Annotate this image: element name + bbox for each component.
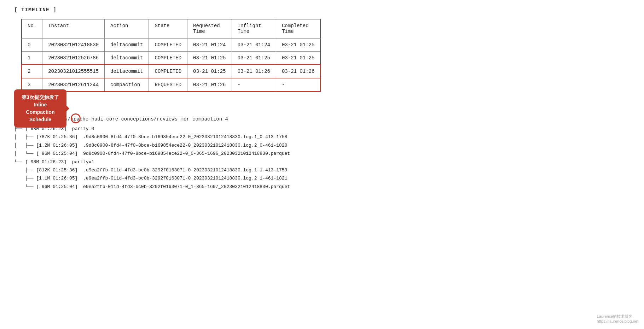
table-cell: 2	[22, 65, 42, 78]
storage-tree-line: ├── [1.1M 01:26:05] .e9ea2ffb-011d-4fd3-…	[14, 174, 630, 182]
table-cell: REQUESTED	[149, 78, 187, 92]
table-header-row: No. Instant Action State RequestedTime I…	[22, 19, 320, 38]
tooltip-arrow-circle	[71, 113, 81, 123]
timeline-table: No. Instant Action State RequestedTime I…	[21, 19, 321, 92]
timeline-section: [ TIMELINE ] 第3次提交触发了Inline CompactionSc…	[14, 7, 630, 92]
table-cell: -	[276, 78, 320, 92]
storage-tree-line: │ └── [ 96M 01:25:04] 9d8c0900-8fd4-47f0…	[14, 149, 630, 158]
storage-tree-line: └── [ 96M 01:25:04] e9ea2ffb-011d-4fd3-b…	[14, 183, 630, 191]
table-cell: 03-21 01:24	[232, 38, 276, 52]
col-completed-time: CompletedTime	[276, 19, 320, 38]
table-cell: deltacommit	[105, 52, 149, 65]
table-cell: 03-21 01:25	[187, 52, 232, 65]
col-requested-time: RequestedTime	[187, 19, 232, 38]
storage-tree-line: ├── [ 98M 01:26:23] parity=0	[14, 125, 630, 133]
storage-tree-line: │ ├── [1.2M 01:26:05] .9d8c0900-8fd4-47f…	[14, 141, 630, 149]
col-instant: Instant	[42, 19, 105, 38]
table-container: No. Instant Action State RequestedTime I…	[21, 19, 630, 92]
table-row: 220230321012555515deltacommitCOMPLETED03…	[22, 65, 320, 78]
storage-tree-line: ├── [812K 01:25:36] .e9ea2ffb-011d-4fd3-…	[14, 166, 630, 174]
table-cell: 03-21 01:25	[276, 52, 320, 65]
table-cell: compaction	[105, 78, 149, 92]
table-cell: 1	[22, 52, 42, 65]
table-row: 120230321012526786deltacommitCOMPLETED03…	[22, 52, 320, 65]
table-row: 020230321012418830deltacommitCOMPLETED03…	[22, 38, 320, 52]
table-cell: 20230321012555515	[42, 65, 105, 78]
col-inflight-time: InflightTime	[232, 19, 276, 38]
storage-tree: ├── [ 98M 01:26:23] parity=0│ ├── [787K …	[14, 125, 630, 191]
table-cell: deltacommit	[105, 65, 149, 78]
table-cell: deltacommit	[105, 38, 149, 52]
table-cell: 03-21 01:25	[232, 52, 276, 65]
col-state: State	[149, 19, 187, 38]
table-cell: 03-21 01:26	[276, 65, 320, 78]
timeline-label: [ TIMELINE ]	[14, 7, 630, 13]
storage-label: [ STORAGE ]	[14, 105, 630, 111]
col-no: No.	[22, 19, 42, 38]
table-cell: 03-21 01:25	[276, 38, 320, 52]
table-cell: COMPLETED	[149, 52, 187, 65]
col-action: Action	[105, 19, 149, 38]
storage-path: /home/emr-notebook/apache-hudi-core-conc…	[14, 116, 630, 122]
table-cell: 20230321012418830	[42, 38, 105, 52]
table-cell: 03-21 01:26	[187, 78, 232, 92]
table-cell: 20230321012526786	[42, 52, 105, 65]
table-cell: 03-21 01:24	[187, 38, 232, 52]
table-cell: COMPLETED	[149, 65, 187, 78]
table-cell: 0	[22, 38, 42, 52]
storage-tree-line: │ ├── [787K 01:25:36] .9d8c0900-8fd4-47f…	[14, 133, 630, 141]
storage-section: [ STORAGE ] /home/emr-notebook/apache-hu…	[14, 105, 630, 191]
table-cell: 03-21 01:25	[187, 65, 232, 78]
table-cell: COMPLETED	[149, 38, 187, 52]
table-row: 320230321012611244compactionREQUESTED03-…	[22, 78, 320, 92]
table-cell: 03-21 01:26	[232, 65, 276, 78]
tooltip-bubble: 第3次提交触发了Inline CompactionSchedule	[14, 89, 66, 128]
timeline-wrapper: 第3次提交触发了Inline CompactionSchedule No. In…	[14, 19, 630, 92]
table-cell: -	[232, 78, 276, 92]
storage-tree-line: └── [ 98M 01:26:23] parity=1	[14, 158, 630, 166]
